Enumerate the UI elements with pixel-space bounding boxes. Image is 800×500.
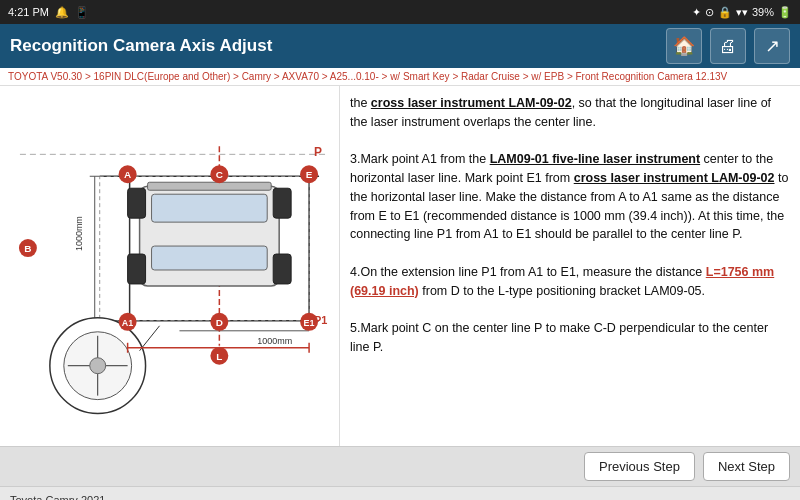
footer-info: Toyota Camry 2021 VIN 4T1B61AK*M8006311	[10, 494, 141, 501]
svg-text:D: D	[216, 317, 223, 328]
home-button[interactable]: 🏠	[666, 28, 702, 64]
svg-rect-21	[273, 254, 291, 284]
svg-rect-18	[128, 188, 146, 218]
diagram-area: 1000mm 1000mm	[0, 86, 340, 446]
main-content: 1000mm 1000mm	[0, 86, 800, 446]
text-intro: the cross laser instrument LAM-09-02, so…	[350, 94, 790, 132]
breadcrumb: TOYOTA V50.30 > 16PIN DLC(Europe and Oth…	[0, 68, 800, 86]
svg-text:E: E	[306, 169, 313, 180]
phone-icon: 📱	[75, 6, 89, 19]
footer: Toyota Camry 2021 VIN 4T1B61AK*M8006311	[0, 486, 800, 500]
text-step3: 3.Mark point A1 from the LAM09-01 five-l…	[350, 150, 790, 244]
wifi-icon: ▾▾	[736, 6, 748, 19]
svg-text:C: C	[216, 169, 223, 180]
status-bar: 4:21 PM 🔔 📱 ✦ ⊙ 🔒 ▾▾ 39% 🔋	[0, 0, 800, 24]
svg-rect-19	[273, 188, 291, 218]
text-step4: 4.On the extension line P1 from A1 to E1…	[350, 263, 790, 301]
shield-icon: 🔒	[718, 6, 732, 19]
diagram-svg: 1000mm 1000mm	[0, 86, 339, 446]
app-header: Recognition Camera Axis Adjust 🏠 🖨 ↗	[0, 24, 800, 68]
text-step5: 5.Mark point C on the center line P to m…	[350, 319, 790, 357]
svg-rect-20	[128, 254, 146, 284]
export-button[interactable]: ↗	[754, 28, 790, 64]
svg-text:L: L	[216, 351, 222, 362]
page-title: Recognition Camera Axis Adjust	[10, 36, 272, 56]
status-right: ✦ ⊙ 🔒 ▾▾ 39% 🔋	[692, 6, 792, 19]
svg-text:P1: P1	[314, 314, 327, 326]
svg-rect-17	[148, 182, 272, 190]
status-left: 4:21 PM 🔔 📱	[8, 6, 89, 19]
svg-point-26	[90, 358, 106, 374]
vehicle-model: Toyota Camry 2021	[10, 494, 141, 501]
battery-display: 39%	[752, 6, 774, 18]
time-display: 4:21 PM	[8, 6, 49, 18]
svg-rect-16	[152, 246, 268, 270]
alarm-icon: ⊙	[705, 6, 714, 19]
next-step-button[interactable]: Next Step	[703, 452, 790, 481]
svg-text:1000mm: 1000mm	[257, 336, 292, 346]
bluetooth-icon: ✦	[692, 6, 701, 19]
header-actions: 🏠 🖨 ↗	[666, 28, 790, 64]
print-button[interactable]: 🖨	[710, 28, 746, 64]
battery-icon: 🔋	[778, 6, 792, 19]
previous-step-button[interactable]: Previous Step	[584, 452, 695, 481]
svg-rect-15	[152, 194, 268, 222]
svg-text:B: B	[24, 243, 31, 254]
svg-text:P: P	[314, 145, 322, 159]
svg-text:A1: A1	[122, 318, 133, 328]
notification-icon: 🔔	[55, 6, 69, 19]
svg-text:E1: E1	[304, 318, 315, 328]
svg-text:1000mm: 1000mm	[74, 216, 84, 251]
text-area: the cross laser instrument LAM-09-02, so…	[340, 86, 800, 446]
svg-text:A: A	[124, 169, 131, 180]
bottom-nav: Previous Step Next Step	[0, 446, 800, 486]
